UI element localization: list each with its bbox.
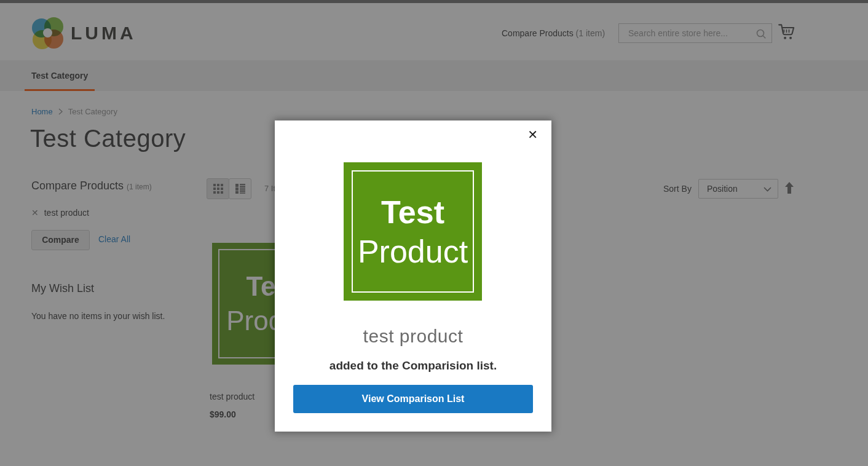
comparison-added-modal: ✕ Test Product test product added to the… xyxy=(275,120,551,432)
storefront-page: LUMA Compare Products (1 item) xyxy=(0,0,868,466)
modal-product-image-inner: Test Product xyxy=(352,170,474,293)
modal-product-title: test product xyxy=(275,326,551,347)
view-comparison-list-button[interactable]: View Comparison List xyxy=(293,385,533,413)
modal-close-icon[interactable]: ✕ xyxy=(525,126,540,143)
modal-message: added to the Comparision list. xyxy=(275,359,551,373)
modal-product-image: Test Product xyxy=(344,162,482,301)
